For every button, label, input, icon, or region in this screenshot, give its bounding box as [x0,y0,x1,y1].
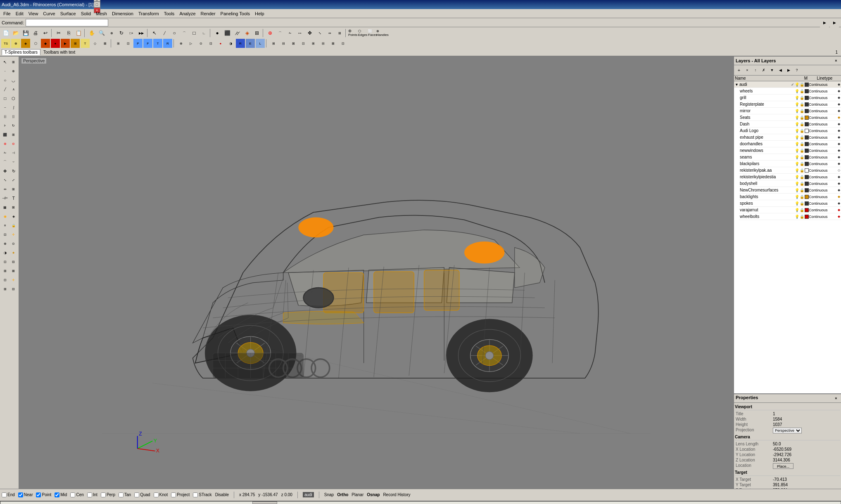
layer-row-seams[interactable]: seams 💡 🔒 Continuous ◆ [739,154,841,161]
lt-solid1[interactable]: ⬛ [1,130,9,139]
tb-mirror[interactable]: ⇔ [325,28,334,38]
tb-box[interactable]: ⬛ [223,28,232,38]
tb-open[interactable]: 📂 [11,28,20,38]
check-strack[interactable] [193,492,198,497]
lt-dim[interactable]: ⊣⊢ [1,194,9,202]
layer-color-audi[interactable] [805,83,809,87]
viewport[interactable]: Y X Z Perspective [19,57,734,489]
tb-save[interactable]: 💾 [21,28,30,38]
lt-history[interactable]: ⊡ [1,230,9,239]
layer-color-newwindows[interactable] [805,149,809,153]
menu-render[interactable]: Render [198,10,218,17]
lt-solid2[interactable]: ⊞ [10,130,18,139]
layers-add-btn[interactable]: + [735,66,743,74]
tb-points[interactable]: ⦿ Points [348,28,357,38]
tb-line[interactable]: ╱ [160,28,169,38]
tb-copy[interactable]: ⎘ [64,28,73,38]
tb-faces[interactable]: ⬜ Faces [368,28,377,38]
tb-undo[interactable]: ↩ [41,28,50,38]
lt-snap[interactable]: ⊕ [1,239,9,248]
check-int[interactable] [87,492,92,497]
view-btn1[interactable]: ⊞ [114,39,123,48]
layer-row-audi[interactable]: ▼ audi ✓ 💡 🔒 Continuous ◆ [734,81,841,88]
tb-mesh[interactable]: ⊞ [252,28,261,38]
lt-misc1[interactable]: ⊡ [1,258,9,266]
menu-view[interactable]: View [26,10,41,17]
layers-help-btn[interactable]: ? [793,66,801,74]
lt-render1[interactable]: ◑ [1,248,9,257]
view-btn3[interactable]: P [133,39,143,48]
tb-rect[interactable]: □ [190,28,199,38]
misc-btn4[interactable]: ⊡ [299,39,308,48]
lt-boolean1[interactable]: ⊕ [1,140,9,148]
lt-extrude[interactable]: ⊧ [1,121,9,130]
menu-analyze[interactable]: Analyze [177,10,198,17]
check-project[interactable] [171,492,176,497]
tb-render[interactable]: ▶▶ [137,28,146,38]
layer-row-blackpilars[interactable]: blackpilars 💡 🔒 Continuous ◆ [739,161,841,167]
layer-row-bodyshell[interactable]: bodyshell 💡 🔒 Continuous ◆ [739,180,841,187]
tb-boolean[interactable]: ⊕ [266,28,275,38]
tsp-btn7[interactable]: ▶ [61,39,70,48]
lt-split[interactable]: ⊣ [10,149,18,157]
tb-circle[interactable]: ○ [170,28,179,38]
check-cen[interactable] [70,492,75,497]
layer-row-doorhandles[interactable]: doorhandles 💡 🔒 Continuous ◆ [739,141,841,147]
lt-layer[interactable]: ≡ [1,221,9,230]
lt-array[interactable]: ⊞ [10,185,18,193]
properties-close-btn[interactable]: × [833,395,839,401]
misc-btn1[interactable]: ⊞ [269,39,278,48]
layer-color-exhaust[interactable] [805,135,809,140]
lt-misc3[interactable]: ⊞ [1,267,9,275]
render-btn4[interactable]: E [246,39,255,48]
tsp-btn1[interactable]: TS [1,39,10,48]
layer-row-audilogo[interactable]: Audi Logo 💡 🔒 Continuous ◆ [739,128,841,134]
tsp-btn2[interactable]: ⊕ [11,39,20,48]
label-record[interactable]: Record History [383,492,410,497]
view-btn2[interactable]: ⊡ [124,39,133,48]
lt-misc5[interactable]: ⊡ [1,276,9,284]
lt-scale1[interactable]: ⤡ [1,176,9,184]
tb-print[interactable]: 🖨 [31,28,40,38]
tb-edges[interactable]: ⬡ Edges [358,28,367,38]
tb-scale[interactable]: ⤡ [315,28,324,38]
menu-surface[interactable]: Surface [58,10,78,17]
layer-color-wheels[interactable] [805,89,809,93]
layer-row-varajarnut[interactable]: varajarnut 💡 🔒 Continuous ◆ [739,207,841,213]
layer-color-audilogo[interactable] [805,129,809,133]
layers-delete-btn[interactable]: × [744,66,751,74]
menu-dimension[interactable]: Dimension [109,10,136,17]
layer-color-varajarnut[interactable] [805,208,809,212]
label-snap[interactable]: Snap [324,492,334,497]
misc-btn5[interactable]: ⊞ [309,39,318,48]
lt-freeform[interactable]: ~ [1,103,9,111]
lt-misc6[interactable]: ✛ [10,276,18,284]
tb-surface[interactable]: ◈ [242,28,252,38]
tsp-btn11[interactable]: ⊠ [100,39,109,48]
layer-color-dash[interactable] [805,122,809,126]
lt-rotate[interactable]: ↻ [10,167,18,175]
check-near[interactable] [18,492,23,497]
tab-tsplines[interactable]: T-Splines toolbars [2,49,40,55]
lt-gumball[interactable]: ✛ [10,230,18,239]
lt-boolean2[interactable]: ⊖ [10,140,18,148]
misc-btn7[interactable]: ⊠ [328,39,337,48]
layer-row-mirror[interactable]: mirror 💡 🔒 Continuous ◆ [739,108,841,114]
layer-row-newwindows[interactable]: newwindows 💡 🔒 Continuous ◆ [739,147,841,154]
snap-btn1[interactable]: ⊕ [176,39,185,48]
tsp-btn3[interactable]: ◈ [21,39,30,48]
snap-btn3[interactable]: ⊙ [196,39,205,48]
misc-btn6[interactable]: ⊟ [318,39,328,48]
check-knot[interactable] [154,492,159,497]
tsp-btn4[interactable]: ⬡ [31,39,40,48]
layer-color-bodyshell[interactable] [805,182,809,186]
tsp-btn8[interactable]: ⊞ [71,39,80,48]
layer-color-wheelbolts[interactable] [805,215,809,219]
layer-row-backlights[interactable]: backlights 💡 🔒 Continuous ◆ [739,194,841,200]
lt-hatch[interactable]: ▦ [1,203,9,211]
tb-handles[interactable]: ⊕ Handles [378,28,387,38]
lt-poly[interactable]: ⊞ [10,58,18,66]
label-osnap[interactable]: Osnap [367,492,380,497]
tb-extend[interactable]: ↔ [295,28,304,38]
layers-prop-btn[interactable]: ◀ [777,66,784,74]
